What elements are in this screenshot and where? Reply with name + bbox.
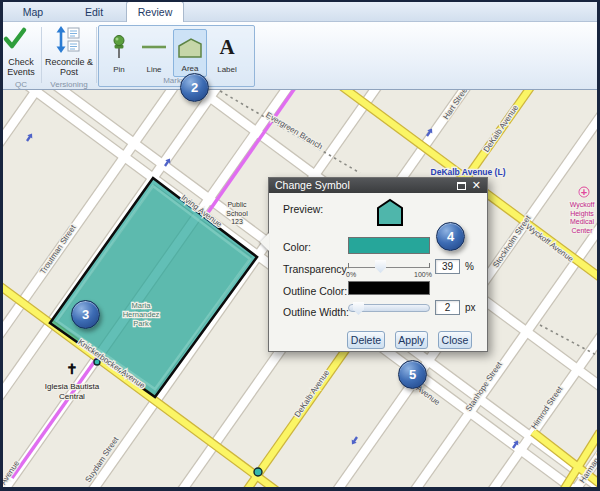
window-border — [0, 0, 3, 491]
station-dot — [254, 468, 262, 476]
symbol-preview — [375, 198, 405, 228]
dialog-callout-notch — [260, 233, 269, 251]
color-swatch[interactable] — [348, 237, 430, 254]
poi-label: Heights — [570, 210, 594, 218]
maximize-icon[interactable] — [457, 182, 466, 190]
outline-color-swatch[interactable] — [348, 281, 430, 295]
reconcile-post-icon — [55, 26, 83, 57]
tab-review[interactable]: Review — [126, 1, 184, 22]
callout-badge-3: 3 — [71, 300, 100, 329]
tab-map[interactable]: Map — [13, 4, 53, 22]
group-label-markup: Markup — [99, 76, 254, 85]
medical-cross-icon: + — [581, 186, 587, 198]
pin-icon — [102, 34, 136, 60]
transparency-min-label: 0% — [346, 271, 356, 278]
outline-width-value-input[interactable]: 2 — [435, 300, 460, 315]
subway-station-label: DeKalb Avenue (L) — [431, 167, 506, 177]
group-separator — [41, 27, 42, 83]
poi-label: Medical — [570, 218, 595, 225]
poi-label: Central — [59, 392, 85, 401]
label-a-icon: A — [210, 34, 244, 60]
poi-label: 123 — [231, 218, 243, 225]
church-cross-icon: ✝ — [66, 361, 78, 377]
reconcile-post-button[interactable]: Reconcile & Post — [43, 57, 95, 77]
tool-pin-button[interactable]: Pin — [102, 29, 136, 77]
park-name-label: Maria — [132, 301, 152, 310]
dialog-title: Change Symbol — [275, 179, 350, 191]
change-symbol-dialog: Change Symbol ✕ Preview: Color: Transpar… — [268, 177, 488, 352]
group-versioning: Reconcile & Post Versioning — [43, 22, 95, 90]
callout-badge-2: 2 — [180, 73, 209, 102]
delete-button[interactable]: Delete — [347, 331, 385, 349]
window-border — [0, 0, 600, 2]
window-border — [0, 487, 600, 491]
outline-width-label: Outline Width: — [283, 306, 349, 318]
callout-badge-4: 4 — [436, 222, 465, 251]
close-icon[interactable]: ✕ — [472, 178, 481, 193]
transparency-slider-track[interactable] — [348, 267, 430, 268]
group-markup: Pin Line Area A Label Markup — [98, 25, 255, 87]
ribbon-tab-bar: Map Edit Review — [0, 0, 600, 22]
outline-color-label: Outline Color: — [283, 285, 347, 297]
apply-button[interactable]: Apply — [395, 331, 428, 349]
line-icon — [137, 34, 171, 60]
ribbon: Check Events QC Reconcile & — [0, 22, 600, 90]
tool-line-button[interactable]: Line — [137, 29, 171, 77]
transparency-max-label: 100% — [414, 271, 432, 278]
poi-label: Center — [571, 227, 593, 234]
park-name-label: Hernandez — [123, 310, 160, 319]
transparency-value-input[interactable]: 39 — [435, 259, 460, 274]
tab-edit[interactable]: Edit — [74, 4, 114, 22]
preview-label: Preview: — [283, 203, 323, 215]
tool-area-button[interactable]: Area — [173, 29, 207, 77]
transparency-label: Transparency: — [283, 263, 350, 275]
tool-label-button[interactable]: A Label — [210, 29, 244, 77]
group-separator — [96, 27, 97, 83]
outline-width-slider-thumb[interactable] — [353, 302, 364, 315]
poi-label: Public — [227, 201, 247, 208]
application-window: Map Edit Review Check Events QC — [0, 0, 600, 491]
transparency-slider-thumb[interactable] — [375, 260, 386, 273]
transparency-unit: % — [465, 261, 474, 272]
color-label: Color: — [283, 241, 311, 253]
group-label-qc: QC — [2, 80, 40, 89]
area-icon — [174, 35, 206, 61]
check-events-button[interactable]: Check Events — [2, 57, 40, 77]
callout-badge-5: 5 — [398, 360, 427, 389]
group-qc: Check Events QC — [2, 22, 40, 90]
outline-width-unit: px — [465, 302, 476, 313]
close-button[interactable]: Close — [438, 331, 472, 349]
poi-label: Iglesia Bautista — [45, 382, 100, 391]
poi-label: Wyckoff — [570, 201, 595, 209]
park-name-label: Park — [133, 319, 149, 328]
dialog-title-bar: Change Symbol ✕ — [269, 178, 487, 193]
group-label-versioning: Versioning — [43, 80, 95, 89]
check-icon — [2, 26, 40, 56]
poi-label: School — [226, 210, 248, 217]
